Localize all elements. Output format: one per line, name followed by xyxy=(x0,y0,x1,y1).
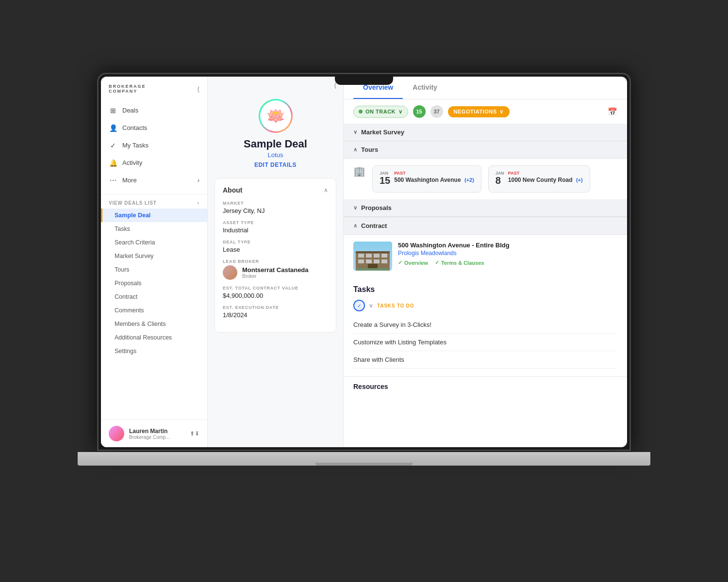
about-card: About ∧ MARKET Jersey City, NJ ASSET TYP… xyxy=(215,178,336,333)
contract-label: Contract xyxy=(361,222,387,229)
sidebar-item-proposals[interactable]: Proposals xyxy=(101,276,207,290)
edit-details-button[interactable]: EDIT DETAILS xyxy=(254,162,297,168)
main-nav: ⊞ Deals 👤 Contacts ✓ My Tasks 🔔 xyxy=(101,100,207,191)
team-badge-2[interactable]: 37 xyxy=(430,105,443,118)
contract-item: 500 Washington Avenue - Entire Bldg Prol… xyxy=(353,242,617,271)
contract-thumbnail xyxy=(353,242,392,271)
nav-item-contacts[interactable]: 👤 Contacts xyxy=(101,119,207,137)
task-check-icon: ✓ xyxy=(353,300,365,311)
tour-2-plus: (+) xyxy=(576,177,583,183)
sidebar-item-label: Market Survey xyxy=(115,253,154,259)
broker-name: Montserrat Castaneda xyxy=(242,266,309,274)
contract-overview-link[interactable]: ✓ Overview xyxy=(398,259,428,266)
negotiations-label: NEGOTIATIONS xyxy=(454,109,497,114)
contract-section-header[interactable]: ∧ Contract xyxy=(344,217,627,235)
deal-subtitle: Lotus xyxy=(268,151,283,159)
negotiations-chevron-icon: ∨ xyxy=(499,109,504,115)
sidebar-item-search-criteria[interactable]: Search Criteria xyxy=(101,236,207,249)
about-chevron-icon[interactable]: ∧ xyxy=(324,187,328,194)
tasks-to-do-label: TASKS TO DO xyxy=(377,303,414,308)
user-info: Lauren Martin Brokerage Comp... xyxy=(129,428,185,440)
nav-label-more: More xyxy=(122,177,137,184)
right-panel-content: ∨ Market Survey ∧ Tours 🏢 xyxy=(344,124,627,447)
task-item-3[interactable]: Share with Clients xyxy=(353,351,617,369)
nav-item-more[interactable]: ⋯ More › xyxy=(101,172,207,189)
asset-type-value: Industrial xyxy=(223,226,328,234)
sidebar-item-label: Settings xyxy=(115,348,136,355)
user-menu-icon[interactable]: ⬆⬇ xyxy=(190,430,199,437)
more-icon: ⋯ xyxy=(109,176,117,185)
proposals-chevron-icon: ∨ xyxy=(353,205,357,211)
sidebar-divider xyxy=(101,194,207,194)
tour-2-day: 8 xyxy=(496,176,504,185)
sidebar-item-market-survey[interactable]: Market Survey xyxy=(101,249,207,263)
tasks-section-title: Tasks xyxy=(353,285,617,294)
sidebar-item-additional-resources[interactable]: Additional Resources xyxy=(101,331,207,344)
tour-card-2[interactable]: JAN 8 PAST 1000 New County Road (+) xyxy=(488,165,590,193)
tour-card-1[interactable]: JAN 15 PAST 500 Washington Avenue (+2) xyxy=(372,165,481,193)
proposals-section: ∨ Proposals xyxy=(344,199,627,217)
nav-item-deals[interactable]: ⊞ Deals xyxy=(101,102,207,119)
nav-label-activity: Activity xyxy=(122,159,142,166)
market-value: Jersey City, NJ xyxy=(223,207,328,214)
tour-1-day: 15 xyxy=(380,176,390,185)
task-item-1[interactable]: Create a Survey in 3-Clicks! xyxy=(353,316,617,334)
resources-section-teaser: Resources xyxy=(344,376,627,396)
tab-activity[interactable]: Activity xyxy=(403,77,447,99)
asset-type-label: ASSET TYPE xyxy=(223,220,328,225)
deal-header: 🪷 Sample Deal Lotus EDIT DETAILS xyxy=(208,94,343,178)
view-deals-header[interactable]: VIEW DEALS LIST › xyxy=(101,197,207,209)
svg-rect-4 xyxy=(366,254,372,258)
deal-type-field: DEAL TYPE Lease xyxy=(223,240,328,253)
proposals-section-header[interactable]: ∨ Proposals xyxy=(344,199,627,217)
svg-rect-8 xyxy=(366,259,372,263)
sidebar-collapse-button[interactable]: ⟨ xyxy=(197,85,199,93)
tour-2-status: PAST xyxy=(508,171,583,176)
sidebar-item-contract[interactable]: Contract xyxy=(101,290,207,304)
sidebar-item-sample-deal[interactable]: Sample Deal xyxy=(101,209,207,222)
sidebar-item-members-clients[interactable]: Members & Clients xyxy=(101,317,207,331)
tours-building-icon: 🏢 xyxy=(353,165,365,177)
asset-type-field: ASSET TYPE Industrial xyxy=(223,220,328,234)
negotiations-badge[interactable]: NEGOTIATIONS ∨ xyxy=(448,106,510,117)
about-title: About xyxy=(223,186,242,194)
market-survey-section[interactable]: ∨ Market Survey xyxy=(344,124,627,141)
sidebar-item-comments[interactable]: Comments xyxy=(101,304,207,317)
svg-rect-11 xyxy=(368,264,378,268)
sidebar-item-tasks[interactable]: Tasks xyxy=(101,222,207,236)
user-name: Lauren Martin xyxy=(129,428,185,435)
market-survey-label: Market Survey xyxy=(361,129,404,136)
more-chevron-icon: › xyxy=(198,177,199,184)
contract-terms-link[interactable]: ✓ Terms & Clauses xyxy=(435,259,484,266)
sidebar-item-tours[interactable]: Tours xyxy=(101,263,207,276)
contract-section: ∧ Contract xyxy=(344,217,627,277)
left-panel: ⟨ 🪷 Sample Deal Lotus EDIT DETAILS Abou xyxy=(208,77,344,447)
tours-section-header[interactable]: ∧ Tours xyxy=(344,141,627,159)
tasks-header-row: ✓ ∨ TASKS TO DO xyxy=(353,300,617,311)
broker-row: Montserrat Castaneda Broker xyxy=(223,265,328,280)
sidebar-item-settings[interactable]: Settings xyxy=(101,344,207,358)
broker-info: Montserrat Castaneda Broker xyxy=(242,266,309,279)
tours-content: 🏢 JAN 15 PAST xyxy=(344,159,627,199)
contacts-icon: 👤 xyxy=(109,124,117,132)
deal-name: Sample Deal xyxy=(244,138,307,150)
sidebar-item-label: Tours xyxy=(115,266,130,273)
tours-chevron-icon: ∧ xyxy=(353,146,357,153)
on-track-chevron-icon: ∨ xyxy=(398,109,403,115)
nav-label-contacts: Contacts xyxy=(122,124,147,131)
team-badge-1[interactable]: 15 xyxy=(413,105,426,118)
task-expand-icon[interactable]: ∨ xyxy=(369,302,373,309)
broker-avatar xyxy=(223,265,237,280)
sidebar-footer: Lauren Martin Brokerage Comp... ⬆⬇ xyxy=(101,420,207,447)
status-row: ON TRACK ∨ 15 37 NEGOTIATIONS ∨ 📅 xyxy=(344,99,627,124)
execution-date-label: EST. EXECUTION DATE xyxy=(223,305,328,310)
calendar-icon[interactable]: 📅 xyxy=(608,107,617,116)
sidebar-item-label: Tasks xyxy=(115,226,130,232)
nav-item-my-tasks[interactable]: ✓ My Tasks xyxy=(101,137,207,154)
on-track-badge[interactable]: ON TRACK ∨ xyxy=(353,106,408,118)
nav-item-activity[interactable]: 🔔 Activity xyxy=(101,154,207,172)
svg-rect-12 xyxy=(356,268,390,271)
svg-rect-2 xyxy=(356,251,390,253)
svg-rect-5 xyxy=(374,254,380,258)
task-item-2[interactable]: Customize with Listing Templates xyxy=(353,334,617,351)
